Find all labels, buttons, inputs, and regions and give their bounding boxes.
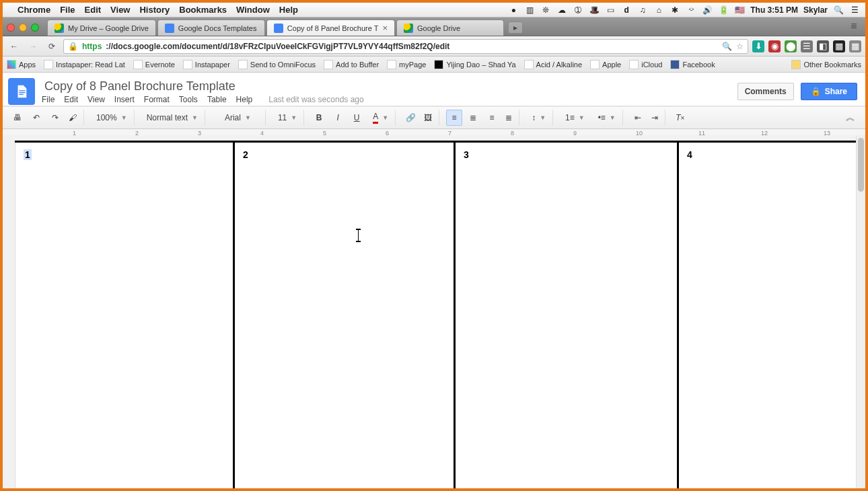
redo-button[interactable]: ↷	[47, 110, 63, 126]
apps-button[interactable]: Apps	[7, 60, 36, 69]
share-button[interactable]: 🔒 Share	[801, 83, 857, 100]
insert-link-button[interactable]: 🔗	[402, 110, 419, 126]
align-left-button[interactable]: ≡	[446, 110, 462, 126]
mac-menu-view[interactable]: View	[110, 5, 130, 15]
docs-menu-tools[interactable]: Tools	[179, 95, 198, 104]
nav-reload-button[interactable]: ⟳	[44, 39, 59, 54]
zoom-dropdown[interactable]: 100%▼	[91, 110, 135, 126]
star-icon[interactable]: ☆	[736, 42, 744, 51]
insert-image-button[interactable]: 🖼	[421, 110, 439, 126]
brochure-panel[interactable]: 3	[456, 143, 679, 488]
nav-back-button[interactable]: ←	[7, 39, 22, 54]
menubar-icon[interactable]: 🎩	[589, 5, 600, 15]
bold-button[interactable]: B	[311, 110, 327, 126]
align-right-button[interactable]: ≡	[484, 110, 500, 126]
text-color-button[interactable]: A▼	[367, 110, 396, 126]
bluetooth-icon[interactable]: ✱	[670, 5, 680, 15]
bookmark-item[interactable]: Instapaper	[183, 60, 230, 69]
menubar-icon[interactable]: ▥	[524, 5, 535, 15]
font-dropdown[interactable]: Arial▼	[212, 110, 266, 126]
bookmark-item[interactable]: Acid / Alkaline	[524, 60, 582, 69]
paint-format-button[interactable]: 🖌	[66, 110, 84, 126]
bookmark-item[interactable]: Instapaper: Read Lat	[44, 60, 125, 69]
window-zoom-button[interactable]	[31, 24, 39, 32]
brochure-panel[interactable]: 1	[15, 143, 235, 488]
flag-icon[interactable]: 🇺🇸	[734, 5, 745, 15]
battery-icon[interactable]: 🔋	[718, 5, 729, 15]
menubar-icon[interactable]: ●	[508, 5, 519, 15]
mac-menu-bookmarks[interactable]: Bookmarks	[179, 5, 227, 15]
mac-menu-help[interactable]: Help	[279, 5, 298, 15]
menubar-icon[interactable]: d	[621, 5, 632, 15]
docs-menu-view[interactable]: View	[87, 95, 105, 104]
italic-button[interactable]: I	[330, 110, 346, 126]
spotlight-icon[interactable]: 🔍	[833, 5, 844, 15]
new-tab-button[interactable]: ▸	[508, 22, 523, 34]
underline-button[interactable]: U	[349, 110, 365, 126]
scrollbar-thumb[interactable]	[858, 138, 864, 192]
align-justify-button[interactable]: ≣	[503, 110, 519, 126]
menubar-icon[interactable]: ❊	[540, 5, 551, 15]
docs-menu-file[interactable]: File	[42, 95, 55, 104]
brochure-panel[interactable]: 2	[235, 143, 456, 488]
vertical-scrollbar[interactable]	[856, 135, 865, 488]
chrome-menu-icon[interactable]: ≡	[846, 19, 861, 34]
menubar-icon[interactable]: ⌂	[653, 5, 664, 15]
font-size-dropdown[interactable]: 11▼	[273, 110, 304, 126]
bookmark-item[interactable]: Add to Buffer	[324, 60, 379, 69]
bookmark-item[interactable]: Yijing Dao – Shad Ya	[434, 60, 515, 69]
browser-tab[interactable]: My Drive – Google Drive	[47, 20, 156, 36]
extension-icon[interactable]: ⬇	[752, 40, 764, 52]
mac-menu-window[interactable]: Window	[236, 5, 270, 15]
menubar-icon[interactable]: ☁	[556, 5, 567, 15]
increase-indent-button[interactable]: ⇥	[649, 110, 665, 126]
styles-dropdown[interactable]: Normal text▼	[141, 110, 205, 126]
decrease-indent-button[interactable]: ⇤	[630, 110, 646, 126]
mac-menu-file[interactable]: File	[60, 5, 75, 15]
bookmark-item[interactable]: Apple	[590, 60, 621, 69]
mac-menu-edit[interactable]: Edit	[85, 5, 102, 15]
align-center-button[interactable]: ≣	[465, 110, 481, 126]
menubar-icon[interactable]: ➀	[573, 5, 583, 15]
line-spacing-button[interactable]: ↕▼	[526, 110, 553, 126]
undo-button[interactable]: ↶	[28, 110, 44, 126]
extension-icon[interactable]: ◧	[817, 40, 829, 52]
print-button[interactable]: 🖶	[9, 110, 26, 126]
window-close-button[interactable]	[7, 24, 15, 32]
volume-icon[interactable]: 🔊	[702, 5, 713, 15]
mac-menu-history[interactable]: History	[139, 5, 170, 15]
docs-menu-format[interactable]: Format	[144, 95, 170, 104]
collapse-toolbar-button[interactable]: ︽	[842, 110, 859, 126]
zoom-icon[interactable]: 🔍	[722, 42, 732, 51]
menubar-icon[interactable]: ♫	[637, 5, 648, 15]
bookmark-item[interactable]: iCloud	[629, 60, 662, 69]
docs-menu-insert[interactable]: Insert	[114, 95, 135, 104]
wifi-icon[interactable]: ⌔	[686, 5, 696, 15]
menubar-icon[interactable]: ▭	[605, 5, 616, 15]
clear-formatting-button[interactable]: T×	[672, 110, 688, 126]
menubar-user[interactable]: Skylar	[803, 5, 828, 15]
extension-icon[interactable]: ☰	[801, 40, 813, 52]
bookmark-item[interactable]: Evernote	[133, 60, 175, 69]
other-bookmarks-button[interactable]: Other Bookmarks	[791, 60, 861, 69]
docs-menu-table[interactable]: Table	[207, 95, 227, 104]
window-minimize-button[interactable]	[19, 24, 27, 32]
address-bar[interactable]: 🔒 https ://docs.google.com/document/d/18…	[63, 39, 748, 54]
docs-logo-icon[interactable]	[8, 78, 35, 105]
bookmark-item[interactable]: Facebook	[670, 60, 715, 69]
extension-icon[interactable]: ⬤	[785, 40, 797, 52]
notification-center-icon[interactable]: ☰	[849, 5, 860, 15]
bulleted-list-button[interactable]: •≡▼	[593, 110, 623, 126]
document-canvas[interactable]: 1 2 3 4	[3, 135, 865, 488]
comments-button[interactable]: Comments	[737, 83, 794, 100]
bookmark-item[interactable]: Send to OmniFocus	[238, 60, 316, 69]
docs-menu-edit[interactable]: Edit	[64, 95, 78, 104]
docs-menu-help[interactable]: Help	[236, 95, 253, 104]
document-title[interactable]: Copy of 8 Panel Brochure Template	[42, 78, 731, 95]
extension-icon[interactable]: ◉	[768, 40, 781, 52]
app-name[interactable]: Chrome	[17, 5, 50, 15]
tab-close-button[interactable]: ×	[382, 23, 388, 33]
extension-icon[interactable]: ▦	[849, 40, 861, 52]
browser-tab[interactable]: Google Docs Templates	[157, 20, 265, 36]
brochure-panel[interactable]: 4	[679, 143, 859, 488]
